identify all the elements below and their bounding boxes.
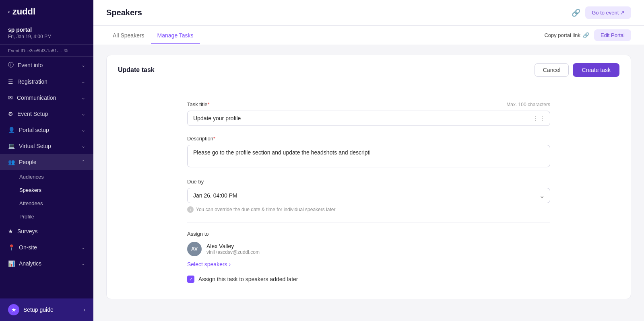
due-by-label: Due by bbox=[187, 179, 204, 185]
date-select-wrapper: Jan 26, 04:00 PM ⌄ bbox=[187, 188, 550, 203]
chevron-down-icon: ⌄ bbox=[81, 143, 85, 149]
event-id-text: Event ID: e3cc5bf3-1a81-... bbox=[8, 48, 62, 53]
copy-portal-link-button[interactable]: Copy portal link 🔗 bbox=[544, 32, 589, 38]
surveys-icon: ★ bbox=[8, 228, 13, 235]
sidebar-item-communication[interactable]: ✉ Communication ⌄ bbox=[0, 90, 93, 106]
copy-icon[interactable]: ⧉ bbox=[64, 48, 68, 53]
tabs-right-actions: Copy portal link 🔗 Edit Portal bbox=[544, 29, 631, 41]
sidebar-item-label: Communication bbox=[17, 95, 56, 101]
chevron-up-icon: ⌃ bbox=[81, 159, 85, 165]
copy-link-icon: 🔗 bbox=[583, 32, 589, 38]
setup-guide-label: Setup guide bbox=[23, 307, 79, 313]
assign-to-label: Assign to bbox=[187, 231, 550, 237]
chevron-down-icon: ⌄ bbox=[81, 261, 85, 266]
top-bar: Speakers 🔗 Go to event ↗ bbox=[93, 0, 644, 26]
assignee-name: Alex Valley bbox=[206, 243, 260, 249]
go-to-event-button[interactable]: Go to event ↗ bbox=[585, 6, 631, 19]
edit-portal-button[interactable]: Edit Portal bbox=[594, 29, 631, 41]
select-speakers-link[interactable]: Select speakers › bbox=[187, 261, 550, 268]
assignee-row: AV Alex Valley vinil+ascdsv@zuddl.com bbox=[187, 242, 550, 256]
sidebar-item-people[interactable]: 👥 People ⌃ bbox=[0, 154, 93, 170]
sidebar-item-virtual-setup[interactable]: 💻 Virtual Setup ⌄ bbox=[0, 138, 93, 154]
sidebar-item-on-site[interactable]: 📍 On-site ⌄ bbox=[0, 239, 93, 255]
cancel-button[interactable]: Cancel bbox=[535, 63, 569, 77]
sidebar-item-surveys[interactable]: ★ Surveys bbox=[0, 223, 93, 239]
sidebar-item-analytics[interactable]: 📊 Analytics ⌄ bbox=[0, 255, 93, 272]
chevron-right-icon: › bbox=[229, 261, 231, 268]
task-card-title: Update task bbox=[118, 66, 155, 74]
description-textarea[interactable]: Please go to the profile section and upd… bbox=[187, 145, 550, 167]
on-site-icon: 📍 bbox=[8, 244, 15, 251]
required-asterisk: * bbox=[208, 101, 210, 107]
chevron-down-icon: ⌄ bbox=[81, 245, 85, 250]
top-bar-actions: 🔗 Go to event ↗ bbox=[572, 6, 631, 19]
chevron-down-icon: ⌄ bbox=[81, 111, 85, 117]
assignee-email: vinil+ascdsv@zuddl.com bbox=[206, 249, 260, 255]
drag-icon: ⋮⋮ bbox=[533, 115, 545, 122]
communication-icon: ✉ bbox=[8, 95, 13, 101]
due-by-group: Due by Jan 26, 04:00 PM ⌄ i You can over… bbox=[187, 179, 550, 213]
due-date-select[interactable]: Jan 26, 04:00 PM bbox=[187, 188, 550, 203]
sidebar-subitem-attendees[interactable]: Attendees bbox=[0, 197, 93, 210]
workspace-time: Fri, Jan 19, 4:00 PM bbox=[8, 34, 85, 39]
sidebar-item-label: Virtual Setup bbox=[19, 143, 51, 149]
task-form: Task title* Max. 100 characters ⋮⋮ Descr… bbox=[107, 85, 631, 299]
content-area: Update task Cancel Create task Task titl… bbox=[93, 45, 644, 321]
sidebar-item-label: On-site bbox=[19, 244, 37, 251]
registration-icon: ☰ bbox=[8, 78, 13, 85]
event-setup-icon: ⚙ bbox=[8, 111, 13, 117]
people-icon: 👥 bbox=[8, 159, 15, 165]
task-card: Update task Cancel Create task Task titl… bbox=[106, 55, 631, 299]
assign-later-checkbox[interactable]: ✓ bbox=[187, 276, 194, 283]
task-title-max-hint: Max. 100 characters bbox=[506, 102, 550, 107]
required-asterisk: * bbox=[213, 136, 215, 142]
override-hint: i You can override the due date & time f… bbox=[187, 206, 550, 213]
page-title: Speakers bbox=[106, 8, 142, 17]
link-icon[interactable]: 🔗 bbox=[572, 8, 580, 17]
chevron-down-icon: ⌄ bbox=[81, 79, 85, 84]
assignee-info: Alex Valley vinil+ascdsv@zuddl.com bbox=[206, 243, 260, 255]
sidebar-subitem-audiences[interactable]: Audiences bbox=[0, 170, 93, 183]
analytics-icon: 📊 bbox=[8, 260, 15, 267]
main-content: Speakers 🔗 Go to event ↗ All Speakers Ma… bbox=[93, 0, 644, 321]
task-title-group: Task title* Max. 100 characters ⋮⋮ bbox=[187, 101, 550, 126]
sidebar-subitem-profile[interactable]: Profile bbox=[0, 210, 93, 223]
chevron-down-icon: ⌄ bbox=[81, 127, 85, 133]
sidebar-item-label: Event Setup bbox=[17, 111, 48, 117]
sidebar-item-registration[interactable]: ☰ Registration ⌄ bbox=[0, 74, 93, 90]
task-title-label: Task title* bbox=[187, 101, 210, 107]
task-title-input-wrapper: ⋮⋮ bbox=[187, 111, 550, 126]
logo: ‹ zuddl bbox=[0, 0, 93, 23]
divider bbox=[187, 222, 550, 223]
create-task-button[interactable]: Create task bbox=[573, 63, 619, 77]
task-title-input[interactable] bbox=[187, 111, 550, 126]
sidebar-item-event-setup[interactable]: ⚙ Event Setup ⌄ bbox=[0, 106, 93, 122]
setup-guide-button[interactable]: ★ Setup guide › bbox=[0, 298, 93, 321]
sidebar-item-label: Analytics bbox=[19, 260, 41, 267]
chevron-down-icon: ⌄ bbox=[81, 62, 85, 68]
virtual-setup-icon: 💻 bbox=[8, 143, 15, 149]
tab-all-speakers[interactable]: All Speakers bbox=[106, 27, 151, 44]
description-label: Description* bbox=[187, 136, 215, 142]
sidebar-item-portal-setup[interactable]: 👤 Portal setup ⌄ bbox=[0, 122, 93, 138]
setup-star-icon: ★ bbox=[8, 304, 19, 315]
sidebar-item-label: People bbox=[19, 159, 37, 165]
tabs-bar: All Speakers Manage Tasks Copy portal li… bbox=[93, 26, 644, 45]
tab-manage-tasks[interactable]: Manage Tasks bbox=[151, 27, 200, 44]
sidebar-item-label: Registration bbox=[17, 78, 47, 85]
event-id-row: Event ID: e3cc5bf3-1a81-... ⧉ bbox=[0, 45, 93, 57]
checkbox-row: ✓ Assign this task to speakers added lat… bbox=[187, 276, 550, 283]
task-card-header: Update task Cancel Create task bbox=[107, 55, 631, 85]
sidebar: ‹ zuddl sp portal Fri, Jan 19, 4:00 PM E… bbox=[0, 0, 93, 321]
back-arrow[interactable]: ‹ bbox=[8, 8, 10, 15]
sidebar-subitem-speakers[interactable]: Speakers bbox=[0, 183, 93, 197]
sidebar-item-event-info[interactable]: ⓘ Event info ⌄ bbox=[0, 57, 93, 74]
setup-arrow-icon: › bbox=[83, 307, 85, 313]
workspace-name: sp portal bbox=[8, 27, 85, 33]
workspace-info: sp portal Fri, Jan 19, 4:00 PM bbox=[0, 23, 93, 45]
avatar: AV bbox=[187, 242, 202, 256]
portal-setup-icon: 👤 bbox=[8, 127, 15, 133]
checkbox-label: Assign this task to speakers added later bbox=[198, 276, 298, 282]
event-info-icon: ⓘ bbox=[8, 62, 14, 69]
tabs: All Speakers Manage Tasks bbox=[106, 27, 200, 44]
